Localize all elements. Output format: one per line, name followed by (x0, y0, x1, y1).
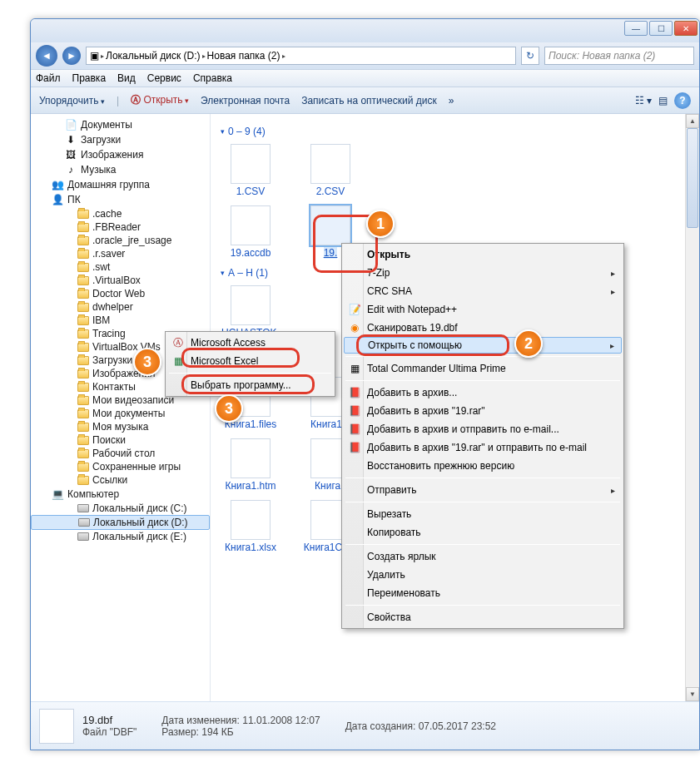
nav-forward-button[interactable]: ► (62, 47, 81, 65)
rar-icon: 📕 (347, 403, 362, 418)
ctx-7zip[interactable]: 7-Zip (344, 264, 622, 282)
nav-tree[interactable]: 📄Документы ⬇Загрузки 🖼Изображения ♪Музык… (31, 114, 211, 701)
breadcrumb-folder[interactable]: Новая папка (2) (207, 50, 280, 62)
help-icon[interactable]: ? (674, 92, 691, 109)
tc-icon: ▦ (347, 361, 362, 376)
scrollbar[interactable]: ▲ ▼ (685, 114, 699, 701)
tree-folder[interactable]: .FBReader (31, 220, 210, 234)
menu-help[interactable]: Справка (193, 72, 232, 84)
email-button[interactable]: Электронная почта (201, 95, 290, 106)
tree-downloads[interactable]: ⬇Загрузки (31, 132, 210, 147)
tree-drive-d[interactable]: Локальный диск (D:) (31, 515, 210, 530)
tree-folder[interactable]: .r.saver (31, 247, 210, 260)
folder-icon (77, 476, 89, 485)
close-button[interactable]: ✕ (674, 21, 698, 36)
tree-folder[interactable]: IBM (31, 314, 210, 327)
scroll-up[interactable]: ▲ (686, 114, 699, 128)
menu-edit[interactable]: Правка (72, 72, 107, 84)
tree-folder[interactable]: Поиски (31, 433, 210, 447)
submenu-excel[interactable]: ▦Microsoft Excel (167, 352, 333, 370)
ctx-archive3[interactable]: 📕Добавить в архив и отправить по e-mail.… (344, 420, 622, 438)
ctx-cut[interactable]: Вырезать (344, 505, 622, 523)
ctx-archive2[interactable]: 📕Добавить в архив "19.rar" (344, 402, 622, 420)
menu-file[interactable]: Файл (36, 72, 61, 84)
scroll-down[interactable]: ▼ (686, 687, 699, 701)
callout-1: 1 (366, 210, 395, 238)
tree-folder[interactable]: .swt (31, 260, 210, 274)
tree-folder[interactable]: .cache (31, 207, 210, 220)
refresh-button[interactable]: ↻ (521, 47, 539, 65)
file-k1htm[interactable]: Книга1.htm (221, 438, 280, 492)
more-commands[interactable]: » (449, 95, 454, 106)
ctx-shortcut[interactable]: Создать ярлык (344, 547, 622, 566)
tree-homegroup[interactable]: 👥Домашняя группа (31, 177, 210, 192)
ctx-scan[interactable]: ◉Сканировать 19.dbf (344, 319, 622, 337)
details-filetype: Файл "DBF" (82, 726, 137, 738)
folder-icon (77, 423, 89, 432)
tree-drive-e[interactable]: Локальный диск (E:) (31, 530, 210, 543)
tree-folder[interactable]: Doctor Web (31, 287, 210, 300)
tree-folder[interactable]: Рабочий стол (31, 447, 210, 460)
breadcrumb-drive[interactable]: Локальный диск (D:) (106, 50, 201, 62)
ctx-copy[interactable]: Копировать (344, 523, 622, 542)
callout-2: 2 (514, 329, 543, 358)
open-button[interactable]: Открыть (143, 94, 189, 106)
menu-bar: Файл Правка Вид Сервис Справка (31, 69, 699, 87)
folder-icon (77, 409, 89, 418)
scroll-thumb[interactable] (687, 128, 698, 228)
ctx-tc[interactable]: ▦Total Commander Ultima Prime (344, 359, 622, 378)
folder-icon (77, 343, 89, 352)
command-bar: Упорядочить | Ⓐ Открыть Электронная почт… (31, 87, 699, 114)
minimize-button[interactable]: — (624, 21, 648, 36)
file-19accdb[interactable]: 19.accdb (221, 205, 280, 259)
ctx-open-with[interactable]: Открыть с помощью (344, 337, 622, 354)
folder-icon (77, 210, 89, 219)
tree-folder[interactable]: Ссылки (31, 473, 210, 487)
ctx-delete[interactable]: Удалить (344, 566, 622, 584)
preview-pane-button[interactable]: ▤ (658, 95, 668, 106)
file-2csv[interactable]: 2.CSV (300, 144, 360, 197)
menu-view[interactable]: Вид (117, 72, 136, 84)
ctx-open[interactable]: Открыть (344, 245, 622, 264)
ctx-rename[interactable]: Переименовать (344, 584, 622, 602)
tree-folder[interactable]: Мои документы (31, 407, 210, 420)
tree-folder[interactable]: Моя музыка (31, 420, 210, 433)
file-1csv[interactable]: 1.CSV (221, 144, 280, 197)
ctx-notepad[interactable]: 📝Edit with Notepad++ (344, 300, 622, 319)
organize-button[interactable]: Упорядочить (39, 95, 105, 106)
folder-icon (77, 223, 89, 232)
tree-documents[interactable]: 📄Документы (31, 117, 210, 132)
context-menu: Открыть 7-Zip CRC SHA 📝Edit with Notepad… (341, 243, 624, 629)
tree-folder[interactable]: dwhelper (31, 300, 210, 314)
tree-music[interactable]: ♪Музыка (31, 162, 210, 177)
view-button[interactable]: ☷ ▾ (635, 95, 652, 106)
file-k1xlsx[interactable]: Книга1.xlsx (221, 500, 280, 553)
ctx-props[interactable]: Свойства (344, 608, 622, 626)
ctx-crc[interactable]: CRC SHA (344, 282, 622, 300)
tree-folder[interactable]: Сохраненные игры (31, 460, 210, 473)
folder-icon (77, 316, 89, 325)
folder-icon (77, 383, 89, 392)
folder-icon (77, 289, 89, 299)
ctx-send[interactable]: Отправить (344, 481, 622, 499)
ctx-restore[interactable]: Восстановить прежнюю версию (344, 457, 622, 475)
ctx-archive4[interactable]: 📕Добавить в архив "19.rar" и отправить п… (344, 438, 622, 457)
burn-button[interactable]: Записать на оптический диск (301, 95, 437, 106)
ctx-archive1[interactable]: 📕Добавить в архив... (344, 384, 622, 402)
breadcrumb[interactable]: ▣▸ Локальный диск (D:)▸ Новая папка (2)▸ (86, 47, 516, 65)
maximize-button[interactable]: ☐ (649, 21, 673, 36)
search-input[interactable]: Поиск: Новая папка (2) (544, 47, 694, 65)
tree-drive-c[interactable]: Локальный диск (C:) (31, 502, 210, 515)
tree-folder[interactable]: .VirtualBox (31, 274, 210, 287)
group-header-0[interactable]: ▾0 – 9 (4) (221, 126, 689, 137)
submenu-access[interactable]: ⒶMicrosoft Access (167, 334, 333, 352)
menu-tools[interactable]: Сервис (147, 72, 181, 84)
folder-icon (77, 396, 89, 405)
tree-computer[interactable]: 💻Компьютер (31, 487, 210, 502)
submenu-choose[interactable]: Выбрать программу... (167, 376, 333, 394)
tree-pictures[interactable]: 🖼Изображения (31, 147, 210, 162)
tree-pc[interactable]: 👤ПК (31, 192, 210, 207)
nav-back-button[interactable]: ◄ (36, 45, 57, 67)
tree-folder[interactable]: .oracle_jre_usage (31, 234, 210, 247)
folder-icon (77, 263, 89, 272)
